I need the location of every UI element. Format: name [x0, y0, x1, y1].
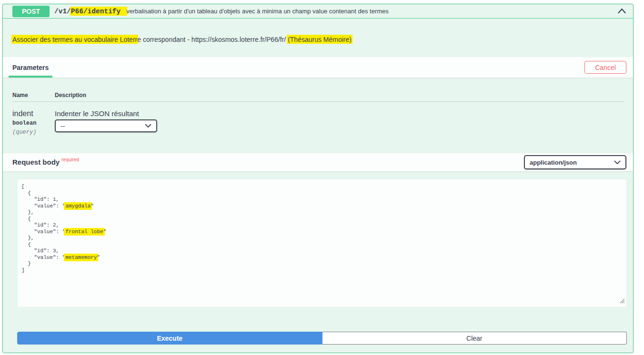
indent-select-value: -- — [60, 122, 65, 130]
clear-button[interactable]: Clear — [322, 332, 627, 345]
code-line: "id": 2, — [21, 222, 623, 229]
endpoint-path: /v1/P66/identify — [54, 8, 121, 15]
request-body-section-header: Request bodyrequired application/json — [3, 153, 633, 171]
parameters-section-header: Parameters Cancel — [3, 57, 633, 78]
chevron-down-icon — [614, 160, 621, 165]
code-line: { — [21, 190, 623, 197]
opblock-summary[interactable]: POST /v1/P66/identify verbalisation à pa… — [3, 4, 633, 19]
code-line: { — [21, 242, 623, 248]
code-line: } — [21, 261, 623, 267]
code-line: "value": "frontal lobe" — [21, 229, 623, 236]
swagger-page: POST /v1/P66/identify verbalisation à pa… — [0, 0, 644, 355]
parameter-type: boolean — [12, 120, 55, 127]
endpoint-summary: verbalisation à partir d'un tableau d'ob… — [126, 8, 389, 15]
table-header-row: Name Description — [12, 78, 624, 102]
action-buttons: Execute Clear — [17, 332, 627, 345]
parameter-description: Indenter le JSON résultant — [55, 109, 157, 118]
endpoint-description: Associer des termes au vocabulaire Loter… — [3, 19, 633, 57]
tab-parameters[interactable]: Parameters — [9, 57, 52, 78]
resize-handle-icon[interactable] — [619, 297, 625, 306]
column-header-name: Name — [12, 92, 55, 99]
content-type-select[interactable]: application/json — [524, 155, 626, 169]
parameter-location: (query) — [12, 129, 55, 136]
request-body-title: Request body — [12, 158, 60, 166]
code-line: "value": "metamemory" — [21, 255, 623, 261]
code-line: }, — [21, 209, 623, 216]
required-badge: required — [61, 157, 79, 162]
code-line: "value": "amygdala" — [21, 203, 623, 210]
code-line: [ — [21, 184, 623, 190]
cancel-button[interactable]: Cancel — [584, 61, 626, 74]
method-badge: POST — [12, 6, 50, 17]
parameter-description-cell: Indenter le JSON résultant -- — [55, 109, 157, 136]
parameter-name: indent — [12, 109, 55, 118]
request-body-area: [ { "id": 1, "value": "amygdala" }, { "i… — [3, 171, 633, 307]
parameters-table: Name Description indent boolean (query) … — [3, 78, 633, 153]
opblock-post-identify: POST /v1/P66/identify verbalisation à pa… — [2, 4, 634, 353]
indent-select[interactable]: -- — [55, 119, 157, 132]
code-line: "id": 3, — [21, 248, 623, 255]
collapse-button[interactable] — [616, 7, 627, 16]
request-body-title-wrap: Request bodyrequired — [12, 158, 79, 167]
code-line: }, — [21, 235, 623, 242]
request-body-editor[interactable]: [ { "id": 1, "value": "amygdala" }, { "i… — [17, 179, 627, 307]
code-line: "id": 1, — [21, 197, 623, 203]
code-line: ] — [21, 267, 623, 274]
execute-button[interactable]: Execute — [17, 332, 322, 345]
chevron-up-icon — [617, 8, 626, 15]
column-header-description: Description — [55, 92, 86, 99]
code-line: { — [21, 216, 623, 223]
chevron-down-icon — [145, 124, 151, 128]
content-type-value: application/json — [530, 159, 577, 166]
parameter-name-cell: indent boolean (query) — [12, 109, 55, 136]
parameter-row-indent: indent boolean (query) Indenter le JSON … — [12, 102, 624, 153]
